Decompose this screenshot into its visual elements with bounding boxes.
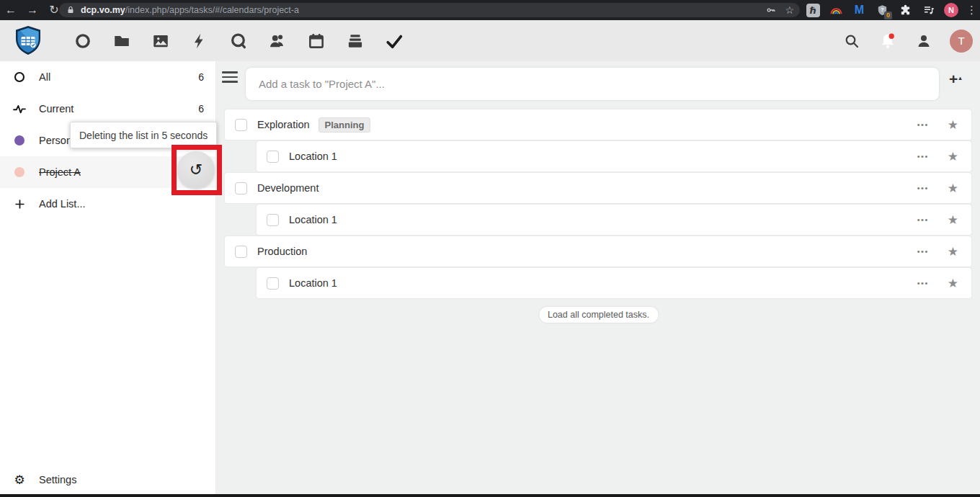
url-text: dcp.vo.my/index.php/apps/tasks/#/calenda… xyxy=(81,5,299,15)
all-tasks-icon xyxy=(10,71,29,84)
task-title: Development xyxy=(257,182,318,194)
task-row[interactable]: Exploration Planning ••• ★ xyxy=(225,109,971,140)
url-path: /index.php/apps/tasks/#/calendars/projec… xyxy=(125,5,299,15)
extension-badge: 0 xyxy=(884,12,892,19)
address-bar[interactable]: dcp.vo.my/index.php/apps/tasks/#/calenda… xyxy=(59,3,800,17)
sidebar-item-all[interactable]: All 6 xyxy=(0,61,215,93)
task-star-icon[interactable]: ★ xyxy=(948,212,958,228)
lock-icon xyxy=(66,5,75,15)
sort-order-button[interactable]: + ▴ xyxy=(949,71,962,87)
browser-profile-avatar[interactable]: N xyxy=(944,3,958,17)
load-completed-tasks-button[interactable]: Load all completed tasks. xyxy=(539,307,658,323)
header-right: T xyxy=(842,20,973,61)
deck-icon[interactable] xyxy=(336,20,375,61)
add-task-input[interactable] xyxy=(246,68,939,100)
task-title: Location 1 xyxy=(289,151,337,162)
user-avatar[interactable]: T xyxy=(950,30,973,53)
task-star-icon[interactable]: ★ xyxy=(948,117,958,133)
notifications-bell-icon[interactable] xyxy=(878,31,898,51)
taskbar-edge xyxy=(0,494,980,497)
photos-icon[interactable] xyxy=(141,20,180,61)
extension-area: ℏ M ? 0 N xyxy=(806,0,977,20)
privacy-shield-extension-icon[interactable]: ? 0 xyxy=(875,3,890,18)
delete-countdown-toast: Deleting the list in 5 seconds xyxy=(70,122,217,148)
add-list-label: Add List... xyxy=(39,198,204,210)
undo-icon: ↺ xyxy=(190,161,202,179)
collapse-sidebar-icon[interactable] xyxy=(222,68,242,86)
sidebar-item-label: Current xyxy=(39,103,198,115)
active-app-pointer xyxy=(382,72,401,81)
task-checkbox[interactable] xyxy=(235,119,247,131)
add-list-button[interactable]: Add List... xyxy=(0,188,215,220)
browser-menu-icon[interactable]: ⋮ xyxy=(966,4,977,17)
forward-icon[interactable]: → xyxy=(22,0,43,20)
bookmark-star-icon[interactable]: ☆ xyxy=(785,4,794,16)
activity-icon[interactable] xyxy=(180,20,219,61)
rainbow-extension-icon[interactable] xyxy=(829,3,844,18)
task-title: Location 1 xyxy=(289,214,337,225)
settings-button[interactable]: ⚙ Settings xyxy=(0,465,215,494)
app-navigation xyxy=(63,20,414,61)
dashboard-icon[interactable] xyxy=(63,20,102,61)
tasks-icon[interactable] xyxy=(375,20,414,61)
task-row[interactable]: Location 1 ••• ★ xyxy=(257,268,971,298)
sort-plus-icon: + xyxy=(949,71,958,87)
sidebar-item-count: 6 xyxy=(198,103,204,115)
toast-text: Deleting the list in 5 seconds xyxy=(79,130,208,141)
calendar-icon[interactable] xyxy=(297,20,336,61)
malwarebytes-extension-icon[interactable]: M xyxy=(852,3,867,18)
talk-icon[interactable] xyxy=(219,20,258,61)
extensions-puzzle-icon[interactable] xyxy=(898,3,913,18)
task-actions-icon[interactable]: ••• xyxy=(917,120,929,129)
nextcloud-header: T xyxy=(0,20,980,61)
task-checkbox[interactable] xyxy=(235,246,247,258)
current-tasks-icon xyxy=(10,102,29,116)
task-star-icon[interactable]: ★ xyxy=(948,181,958,196)
task-category-badge: Planning xyxy=(318,117,371,133)
task-title: Location 1 xyxy=(289,277,337,289)
notification-dot xyxy=(889,33,894,38)
personal-list-color-dot xyxy=(10,135,29,145)
files-icon[interactable] xyxy=(102,20,141,61)
sort-caret-icon: ▴ xyxy=(958,74,962,81)
task-star-icon[interactable]: ★ xyxy=(948,149,958,164)
task-row[interactable]: Location 1 ••• ★ xyxy=(257,141,971,171)
app-logo[interactable] xyxy=(12,24,45,61)
task-actions-icon[interactable]: ••• xyxy=(917,279,929,287)
browser-toolbar: ← → ↻ dcp.vo.my/index.php/apps/tasks/#/c… xyxy=(0,0,980,20)
contacts-icon[interactable] xyxy=(258,20,297,61)
hbar-extension-icon[interactable]: ℏ xyxy=(806,3,821,18)
contacts-menu-icon[interactable] xyxy=(914,31,934,51)
task-row[interactable]: Location 1 ••• ★ xyxy=(257,205,971,235)
settings-label: Settings xyxy=(39,474,76,485)
password-key-icon[interactable] xyxy=(765,5,778,15)
plus-icon xyxy=(10,198,29,210)
task-checkbox[interactable] xyxy=(267,151,279,163)
task-star-icon[interactable]: ★ xyxy=(948,276,958,291)
playlist-extension-icon[interactable] xyxy=(921,3,936,18)
tasks-main-panel: + ▴ Exploration Planning ••• ★ Location … xyxy=(217,61,980,494)
project-a-color-dot xyxy=(10,167,29,177)
undo-delete-button[interactable]: ↺ xyxy=(177,151,215,189)
task-star-icon[interactable]: ★ xyxy=(948,244,958,259)
sidebar-item-count: 6 xyxy=(198,71,204,83)
task-checkbox[interactable] xyxy=(267,214,279,226)
task-checkbox[interactable] xyxy=(235,182,247,194)
task-checkbox[interactable] xyxy=(267,277,279,290)
task-title: Exploration xyxy=(257,119,310,130)
sidebar-item-current[interactable]: Current 6 xyxy=(0,93,215,125)
back-icon[interactable]: ← xyxy=(0,0,22,20)
task-actions-icon[interactable]: ••• xyxy=(917,184,929,192)
gear-icon: ⚙ xyxy=(10,473,29,488)
task-actions-icon[interactable]: ••• xyxy=(917,152,929,161)
task-row[interactable]: Production ••• ★ xyxy=(225,236,971,267)
url-host: dcp.vo.my xyxy=(81,5,125,15)
sidebar-item-label: All xyxy=(39,71,198,83)
task-actions-icon[interactable]: ••• xyxy=(917,247,929,256)
search-icon[interactable] xyxy=(842,31,862,51)
task-row[interactable]: Development ••• ★ xyxy=(225,173,971,203)
task-title: Production xyxy=(257,246,307,257)
task-actions-icon[interactable]: ••• xyxy=(917,215,929,224)
